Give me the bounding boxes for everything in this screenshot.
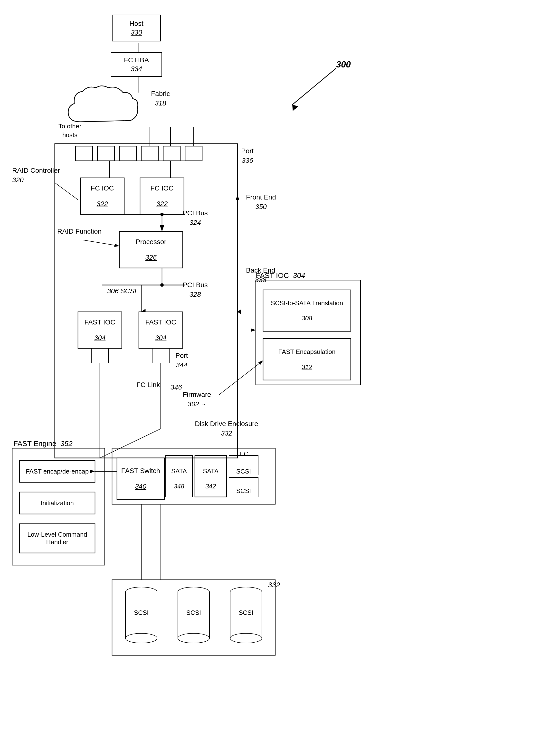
svg-rect-66 xyxy=(112,580,275,655)
raid-controller-label: RAID Controller 320 xyxy=(12,166,60,185)
port-top-label: Port 336 xyxy=(241,146,254,165)
fc-ioc-left: FC IOC 322 xyxy=(80,178,124,215)
svg-point-67 xyxy=(125,587,157,597)
fast-encapsulation-text: FAST Encapsulation 312 xyxy=(263,339,351,380)
pci-bus-bottom-label: PCI Bus 328 xyxy=(183,280,208,299)
fc-hba-num: 334 xyxy=(131,64,142,73)
svg-rect-13 xyxy=(119,146,136,161)
fast-engine-label: FAST Engine 352 xyxy=(14,439,73,449)
svg-line-86 xyxy=(292,68,336,105)
port-bottom-label: Port 344 xyxy=(175,351,188,370)
processor-box-text: Processor 326 xyxy=(119,231,183,268)
fc-hba-label: FC HBA xyxy=(124,56,149,64)
sata-342-text: SATA 342 xyxy=(195,458,226,499)
front-end-label: Front End 350 xyxy=(246,192,276,211)
svg-point-71 xyxy=(125,633,157,643)
pci-bus-top-label: PCI Bus 324 xyxy=(183,208,208,227)
firmware-label: Firmware 302 → xyxy=(183,390,211,409)
fast-switch-text: FAST Switch 340 xyxy=(117,458,164,499)
fast-ioc-group-label: FAST IOC 304 xyxy=(256,270,305,281)
scsi-to-sata-text: SCSI-to-SATA Translation 308 xyxy=(263,290,351,331)
scsi-bottom-drive: SCSI xyxy=(229,481,258,501)
fc-link-label: FC Link xyxy=(136,380,160,389)
scsi-top-drive: SCSI xyxy=(229,462,258,481)
ref-300: 300 xyxy=(336,59,351,70)
scsi-disk1-label: SCSI xyxy=(133,609,150,616)
svg-line-60 xyxy=(219,361,263,394)
svg-point-76 xyxy=(178,633,209,643)
svg-rect-15 xyxy=(163,146,180,161)
low-level-command-text: Low-Level Command Handler xyxy=(19,524,95,553)
fc-label: FC xyxy=(240,449,248,458)
disk-drive-enclosure-label: Disk Drive Enclosure 332 xyxy=(195,419,258,438)
fc-ioc-right: FC IOC 322 xyxy=(140,178,184,215)
svg-point-72 xyxy=(178,587,209,597)
svg-point-34 xyxy=(160,283,164,287)
disk-enclosure-num-bottom: 332 xyxy=(268,580,280,590)
diagram: Host 330 FC HBA 334 Fabric 318 To otherh… xyxy=(0,0,560,751)
fc-link-num: 346 xyxy=(171,382,182,392)
scsi-disk3-label: SCSI xyxy=(238,609,255,616)
svg-rect-12 xyxy=(97,146,115,161)
host-label: Host xyxy=(129,19,143,28)
fast-ioc-right: FAST IOC 304 xyxy=(139,312,183,348)
sata-348-text: SATA 348 xyxy=(166,458,193,499)
svg-point-81 xyxy=(230,633,262,643)
svg-point-77 xyxy=(230,587,262,597)
scsi-label: 306 SCSI xyxy=(107,286,136,296)
initialization-text: Initialization xyxy=(19,492,95,514)
svg-rect-41 xyxy=(152,348,169,363)
fast-encap-de-encap-text: FAST encap/de-encap xyxy=(19,460,95,482)
svg-line-85 xyxy=(83,240,119,246)
raid-function-label: RAID Function xyxy=(57,226,102,236)
fc-hba-box: FC HBA 334 xyxy=(111,53,162,77)
svg-rect-14 xyxy=(141,146,158,161)
svg-line-84 xyxy=(55,183,78,200)
svg-rect-40 xyxy=(91,348,108,363)
fast-ioc-left: FAST IOC 304 xyxy=(78,312,122,348)
host-num: 330 xyxy=(131,28,142,37)
host-box: Host 330 xyxy=(112,15,161,41)
svg-line-46 xyxy=(100,429,161,458)
scsi-disk2-label: SCSI xyxy=(185,609,202,616)
svg-rect-16 xyxy=(185,146,202,161)
svg-rect-11 xyxy=(76,146,93,161)
to-other-hosts-label: To otherhosts xyxy=(58,122,81,140)
fabric-label: Fabric 318 xyxy=(151,89,170,108)
